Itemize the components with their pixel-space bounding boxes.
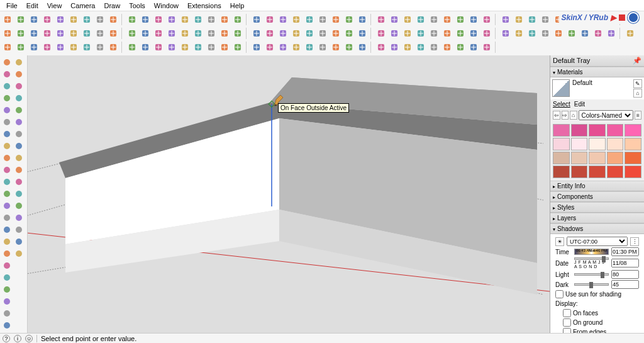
panel-entity-info[interactable]: Entity Info: [550, 181, 644, 191]
left-tool-button[interactable]: [1, 284, 13, 295]
left-tool-button[interactable]: [1, 236, 13, 247]
toolbar-button[interactable]: [480, 41, 493, 53]
toolbar-button[interactable]: [414, 27, 427, 40]
left-tool-button[interactable]: [1, 128, 13, 140]
toolbar-button[interactable]: [467, 41, 480, 53]
color-swatch[interactable]: [553, 138, 570, 150]
left-tool-button[interactable]: [13, 57, 25, 68]
material-swatch[interactable]: [552, 79, 570, 97]
toolbar-button[interactable]: [80, 27, 93, 40]
tray-pin-icon[interactable]: 📌: [633, 57, 641, 65]
left-tool-button[interactable]: [1, 104, 13, 116]
toolbar-button[interactable]: [356, 27, 369, 40]
toolbar-button[interactable]: [152, 27, 165, 40]
toolbar-button[interactable]: [231, 41, 244, 53]
toolbar-button[interactable]: [277, 41, 289, 53]
toolbar-button[interactable]: [192, 27, 204, 40]
toolbar-button[interactable]: [605, 27, 618, 40]
left-tool-button[interactable]: [13, 164, 25, 176]
toolbar-button[interactable]: [303, 27, 316, 40]
left-tool-button[interactable]: [13, 128, 25, 140]
toolbar-button[interactable]: [414, 41, 427, 53]
toolbar-button[interactable]: [250, 27, 263, 40]
panel-materials[interactable]: Materials: [550, 67, 644, 77]
toolbar-button[interactable]: [454, 27, 467, 40]
left-tool-button[interactable]: [1, 224, 13, 235]
play-icon[interactable]: ▶: [611, 13, 616, 22]
panel-layers[interactable]: Layers: [550, 213, 644, 223]
left-tool-button[interactable]: [13, 248, 25, 259]
color-swatch[interactable]: [571, 124, 588, 137]
help-icon[interactable]: ?: [3, 335, 10, 342]
color-swatch[interactable]: [607, 152, 624, 164]
shadow-toggle-icon[interactable]: ☀: [555, 237, 564, 246]
menu-edit[interactable]: Edit: [23, 1, 42, 10]
toolbar-button[interactable]: [454, 13, 467, 26]
toolbar-button[interactable]: [165, 27, 178, 40]
left-tool-button[interactable]: [13, 93, 25, 104]
toolbar-button[interactable]: [467, 27, 480, 40]
date-slider[interactable]: [574, 257, 609, 260]
left-tool-button[interactable]: [1, 320, 13, 331]
toolbar-button[interactable]: [205, 13, 218, 26]
toolbar-button[interactable]: [152, 41, 165, 53]
left-tool-button[interactable]: [1, 212, 13, 223]
left-tool-button[interactable]: [1, 200, 13, 211]
color-swatch[interactable]: [607, 124, 624, 137]
tray-title[interactable]: Default Tray 📌: [550, 55, 644, 67]
toolbar-button[interactable]: [467, 13, 480, 26]
color-swatch[interactable]: [571, 138, 588, 150]
left-tool-button[interactable]: [1, 164, 13, 176]
toolbar-button[interactable]: [67, 13, 80, 26]
menu-extensions[interactable]: Extensions: [184, 1, 225, 10]
left-tool-button[interactable]: [13, 81, 25, 92]
toolbar-button[interactable]: [592, 27, 604, 40]
viewport-3d[interactable]: On Face Outside Active: [28, 55, 550, 333]
panel-shadows[interactable]: Shadows: [550, 223, 644, 234]
toolbar-button[interactable]: [277, 27, 289, 40]
menu-file[interactable]: File: [3, 1, 21, 10]
toolbar-button[interactable]: [80, 13, 93, 26]
toolbar-button[interactable]: [231, 13, 244, 26]
left-tool-button[interactable]: [1, 69, 13, 80]
on-ground-checkbox[interactable]: [563, 318, 571, 327]
left-tool-button[interactable]: [13, 104, 25, 116]
toolbar-button[interactable]: [480, 27, 493, 40]
left-tool-button[interactable]: [13, 176, 25, 188]
left-tool-button[interactable]: [1, 81, 13, 92]
time-slider[interactable]: 06:43 AM Noon 4:46 PM: [574, 249, 609, 255]
toolbar-button[interactable]: [539, 13, 552, 26]
toolbar-button[interactable]: [126, 27, 138, 40]
toolbar-button[interactable]: [1, 27, 14, 40]
color-swatch[interactable]: [553, 124, 570, 137]
left-tool-button[interactable]: [1, 140, 13, 152]
color-swatch[interactable]: [625, 138, 641, 150]
toolbar-button[interactable]: [441, 13, 453, 26]
light-slider[interactable]: [574, 273, 609, 276]
toolbar-button[interactable]: [264, 13, 276, 26]
toolbar-button[interactable]: [526, 13, 538, 26]
left-tool-button[interactable]: [13, 212, 25, 223]
toolbar-button[interactable]: [316, 41, 329, 53]
toolbar-button[interactable]: [375, 41, 387, 53]
on-faces-checkbox[interactable]: [563, 309, 571, 317]
color-swatch[interactable]: [589, 138, 606, 150]
toolbar-button[interactable]: [28, 27, 40, 40]
toolbar-button[interactable]: [152, 13, 165, 26]
toolbar-button[interactable]: [552, 27, 565, 40]
toolbar-button[interactable]: [343, 27, 355, 40]
toolbar-button[interactable]: [192, 13, 204, 26]
toolbar-button[interactable]: [579, 27, 591, 40]
toolbar-button[interactable]: [513, 13, 525, 26]
left-tool-button[interactable]: [1, 176, 13, 188]
toolbar-button[interactable]: [107, 13, 119, 26]
color-swatch[interactable]: [607, 138, 624, 150]
toolbar-button[interactable]: [375, 27, 387, 40]
toolbar-button[interactable]: [388, 27, 401, 40]
material-home-icon[interactable]: ⌂: [570, 111, 577, 120]
toolbar-button[interactable]: [41, 13, 53, 26]
toolbar-button[interactable]: [414, 13, 427, 26]
toolbar-button[interactable]: [441, 27, 453, 40]
toolbar-button[interactable]: [303, 13, 316, 26]
color-swatch[interactable]: [571, 166, 588, 178]
